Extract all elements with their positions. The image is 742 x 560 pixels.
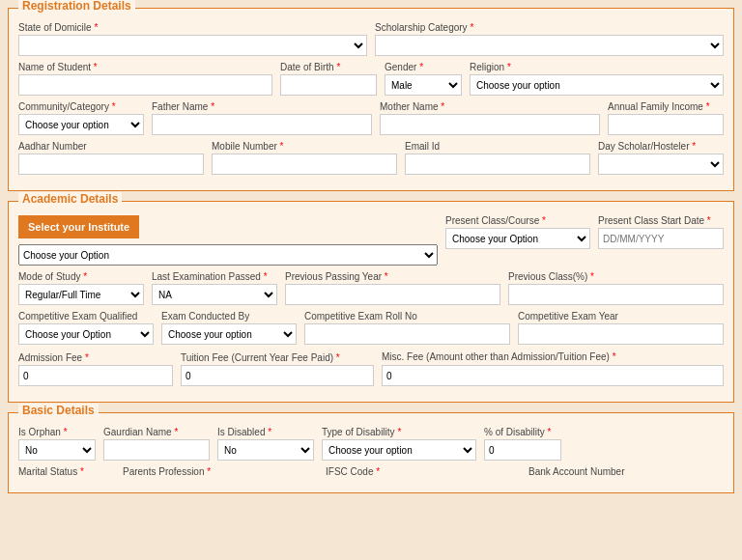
admission-fee-input[interactable] [18, 365, 173, 386]
tuition-fee-label: Tuition Fee (Current Year Fee Paid) * [181, 352, 374, 363]
mode-of-study-label: Mode of Study * [18, 271, 144, 282]
competitive-exam-year-label: Competitive Exam Year [518, 311, 724, 322]
tuition-fee-field: Tuition Fee (Current Year Fee Paid) * [181, 352, 374, 386]
state-of-domicile-label: State of Domicile * [18, 22, 367, 33]
previous-passing-year-field: Previous Passing Year * [285, 271, 500, 305]
mobile-number-label: Mobile Number * [212, 141, 397, 152]
gender-field: Gender * Male Female Other [385, 62, 462, 96]
parents-profession-label: Parents Profession * [123, 466, 318, 477]
mobile-number-field: Mobile Number * [212, 141, 397, 175]
type-of-disability-label: Type of Disability * [322, 427, 476, 437]
mobile-number-input[interactable] [212, 154, 397, 175]
gender-label: Gender * [385, 62, 462, 72]
bank-account-number-label: Bank Account Number [528, 466, 724, 477]
present-class-field: Present Class/Course * Choose your Optio… [445, 215, 590, 249]
competitive-exam-year-field: Competitive Exam Year [518, 311, 724, 345]
day-scholar-hosteler-label: Day Scholar/Hosteler * [598, 141, 724, 152]
misc-fee-input[interactable] [382, 365, 724, 386]
name-of-student-input[interactable] [18, 74, 272, 96]
present-class-select[interactable]: Choose your Option [445, 228, 590, 249]
parents-profession-field: Parents Profession * [123, 466, 318, 477]
pct-of-disability-input[interactable] [484, 439, 561, 461]
competitive-exam-roll-no-label: Competitive Exam Roll No [304, 311, 510, 322]
name-of-student-label: Name of Student * [18, 62, 272, 72]
religion-select[interactable]: Choose your option [470, 74, 724, 96]
present-class-label: Present Class/Course * [445, 215, 590, 226]
pct-of-disability-field: % of Disability * [484, 427, 561, 461]
is-disabled-label: Is Disabled * [217, 427, 314, 437]
is-orphan-select[interactable]: No Yes [18, 439, 96, 461]
type-of-disability-select[interactable]: Choose your option [322, 439, 476, 461]
father-name-label: Father Name * [152, 101, 372, 112]
guardian-name-input[interactable] [103, 439, 210, 461]
email-id-input[interactable] [405, 154, 590, 175]
mode-of-study-field: Mode of Study * Regular/Full Time [18, 271, 144, 305]
type-of-disability-field: Type of Disability * Choose your option [322, 427, 476, 461]
competitive-exam-year-input[interactable] [518, 323, 724, 345]
date-of-birth-label: Date of Birth * [280, 62, 377, 72]
day-scholar-hosteler-field: Day Scholar/Hosteler * [598, 141, 724, 175]
annual-family-income-label: Annual Family Income * [608, 101, 724, 112]
date-of-birth-field: Date of Birth * [280, 62, 377, 96]
guardian-name-field: Gaurdian Name * [103, 427, 210, 461]
competitive-exam-roll-no-input[interactable] [304, 323, 510, 345]
competitive-exam-qualified-select[interactable]: Choose your Option [18, 323, 154, 345]
mother-name-label: Mother Name * [380, 101, 600, 112]
email-id-field: Email Id [405, 141, 590, 175]
is-disabled-field: Is Disabled * No Yes [217, 427, 314, 461]
community-category-field: Community/Category * Choose your option [18, 101, 144, 135]
mode-of-study-select[interactable]: Regular/Full Time [18, 284, 144, 305]
is-orphan-label: Is Orphan * [18, 427, 96, 437]
marital-status-label: Marital Status * [18, 466, 115, 477]
academic-title: Academic Details [18, 192, 122, 206]
institute-col: Select your Institute Choose your Option [18, 215, 438, 266]
last-exam-passed-select[interactable]: NA [152, 284, 277, 305]
previous-passing-year-input[interactable] [285, 284, 500, 305]
competitive-exam-roll-no-field: Competitive Exam Roll No [304, 311, 510, 345]
exam-conducted-by-label: Exam Conducted By [161, 311, 297, 322]
scholarship-category-label: Scholarship Category * [375, 22, 724, 33]
previous-class-pct-input[interactable] [508, 284, 724, 305]
day-scholar-hosteler-select[interactable] [598, 154, 724, 175]
guardian-name-label: Gaurdian Name * [103, 427, 210, 437]
exam-conducted-by-select[interactable]: Choose your option [161, 323, 297, 345]
registration-section: Registration Details State of Domicile *… [8, 8, 734, 191]
aadhar-number-field: Aadhar Number [18, 141, 204, 175]
aadhar-number-input[interactable] [18, 154, 204, 175]
community-category-label: Community/Category * [18, 101, 144, 112]
ifsc-code-label: IFSC Code * [326, 466, 521, 477]
aadhar-number-label: Aadhar Number [18, 141, 204, 152]
father-name-field: Father Name * [152, 101, 372, 135]
registration-title: Registration Details [18, 0, 135, 13]
present-class-start-date-label: Present Class Start Date * [598, 215, 724, 226]
competitive-exam-qualified-label: Competitive Exam Qualified [18, 311, 154, 322]
community-category-select[interactable]: Choose your option [18, 114, 144, 135]
is-orphan-field: Is Orphan * No Yes [18, 427, 96, 461]
admission-fee-label: Admission Fee * [18, 352, 173, 363]
annual-family-income-input[interactable] [608, 114, 724, 135]
gender-select[interactable]: Male Female Other [385, 74, 462, 96]
scholarship-category-field: Scholarship Category * [375, 22, 724, 56]
previous-passing-year-label: Previous Passing Year * [285, 271, 500, 282]
email-id-label: Email Id [405, 141, 590, 152]
competitive-exam-qualified-field: Competitive Exam Qualified Choose your O… [18, 311, 154, 345]
date-of-birth-input[interactable] [280, 74, 377, 96]
state-of-domicile-select[interactable] [18, 35, 367, 56]
scholarship-category-select[interactable] [375, 35, 724, 56]
ifsc-code-field: IFSC Code * [326, 466, 521, 477]
pct-of-disability-label: % of Disability * [484, 427, 561, 437]
present-class-start-date-input[interactable] [598, 228, 724, 249]
religion-field: Religion * Choose your option [470, 62, 724, 96]
admission-fee-field: Admission Fee * [18, 352, 173, 386]
is-disabled-select[interactable]: No Yes [217, 439, 314, 461]
tuition-fee-input[interactable] [181, 365, 374, 386]
mother-name-input[interactable] [380, 114, 600, 135]
select-institute-button[interactable]: Select your Institute [18, 215, 139, 238]
last-exam-passed-field: Last Examination Passed * NA [152, 271, 277, 305]
father-name-input[interactable] [152, 114, 372, 135]
marital-status-field: Marital Status * [18, 466, 115, 477]
misc-fee-label: Misc. Fee (Amount other than Admission/T… [382, 350, 724, 363]
institute-select[interactable]: Choose your Option [18, 244, 438, 266]
annual-family-income-field: Annual Family Income * [608, 101, 724, 135]
mother-name-field: Mother Name * [380, 101, 600, 135]
